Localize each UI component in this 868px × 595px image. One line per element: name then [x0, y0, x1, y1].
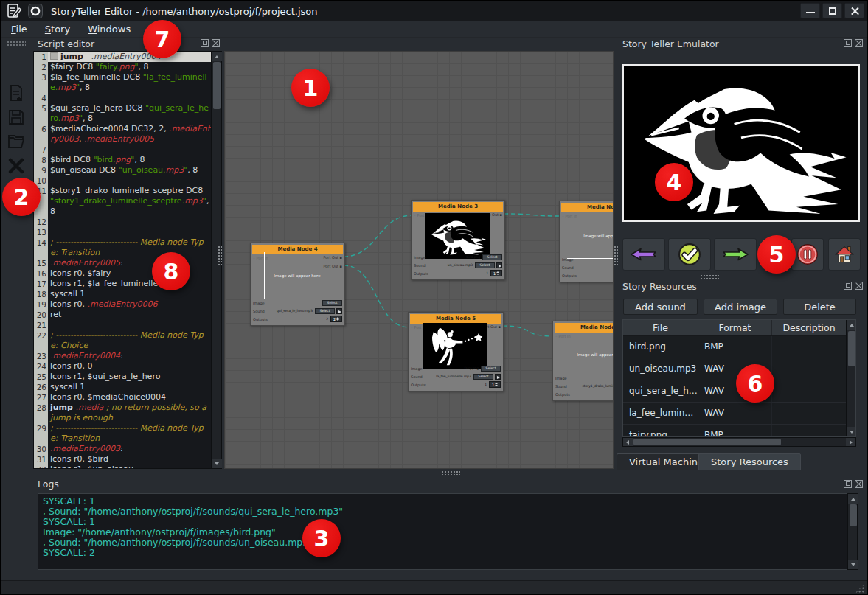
column-header-file[interactable]: File [623, 320, 698, 335]
table-row[interactable]: qui_sera_le_hero.mp3WAV [623, 380, 846, 403]
delete-button[interactable]: Delete [783, 299, 856, 315]
port-in[interactable]: ◦ Port In [562, 214, 577, 218]
node-connection-wire[interactable] [344, 265, 409, 327]
float-panel-icon[interactable] [201, 39, 209, 47]
scroll-down-arrow[interactable] [212, 459, 222, 468]
table-horizontal-scrollbar[interactable] [622, 437, 856, 447]
column-header-format[interactable]: Format [698, 320, 772, 335]
media-node[interactable]: Media Node 2◦ Port InImage will appear h… [559, 201, 614, 282]
code-line[interactable]: 30.mediaEntry0003: [34, 444, 211, 454]
line-content[interactable] [48, 227, 211, 237]
line-content[interactable]: ; ---------------------------- Media nod… [48, 330, 211, 351]
float-panel-icon[interactable] [844, 480, 852, 488]
code-line[interactable]: 11$story1_drako_luminelle_sceptre DC8 "s… [34, 186, 211, 217]
node-canvas[interactable]: Media Node 4◦ Port InPort Out ▪Port Out … [224, 51, 614, 469]
outputs-spinner[interactable]: 2 [330, 316, 342, 322]
code-line[interactable]: 31lcons r0, $bird [34, 454, 211, 464]
outputs-spinner[interactable]: 1 [489, 381, 501, 388]
scroll-down-arrow[interactable] [847, 427, 856, 436]
line-content[interactable]: .mediaEntry0003: [48, 444, 211, 454]
line-content[interactable]: lcons r1, $qui_sera_le_hero [48, 372, 211, 382]
select-button[interactable]: Select [482, 254, 502, 260]
scroll-left-arrow[interactable] [623, 438, 633, 446]
line-content[interactable]: $mediaChoice0004 DC32, 2, .mediaEntry000… [48, 124, 211, 145]
scroll-up-arrow[interactable] [212, 52, 222, 61]
scrollbar-thumb[interactable] [848, 331, 855, 366]
code-line[interactable]: 5$qui_sera_le_hero DC8 "qui_sera_le_hero… [34, 103, 211, 124]
code-line[interactable]: 8$bird DC8 "bird.png", 8 [34, 155, 211, 165]
toolbar-drag-handle[interactable] [7, 41, 26, 46]
add-sound-button[interactable]: Add sound [623, 299, 698, 315]
close-panel-icon[interactable] [855, 282, 863, 290]
media-node[interactable]: Media Node 3◦ Port InPort Out ▪Imagebird… [411, 200, 505, 280]
maximize-button[interactable] [822, 3, 842, 18]
line-content[interactable]: $fairy DC8 "fairy.png", 8 [48, 62, 211, 72]
emulator-forward-button[interactable] [714, 238, 757, 271]
tab-story-resources[interactable]: Story Resources [698, 453, 801, 470]
scroll-right-arrow[interactable] [846, 438, 855, 446]
menu-story[interactable]: Story [45, 24, 70, 35]
float-panel-icon[interactable] [844, 282, 852, 290]
line-content[interactable]: syscall 1 [48, 382, 211, 392]
line-content[interactable]: lcons r0, 0 [48, 361, 211, 372]
line-content[interactable]: lcons r0, .mediaEntry0006 [48, 299, 211, 310]
code-line[interactable]: 14; ---------------------------- Media n… [34, 237, 211, 258]
line-content[interactable] [48, 320, 211, 330]
line-content[interactable]: lcons r1, $un_oiseau [48, 464, 211, 468]
line-content[interactable]: $un_oiseau DC8 "un_oiseau.mp3", 8 [48, 165, 211, 175]
outputs-spinner[interactable]: 1 [490, 270, 502, 276]
code-line[interactable]: 4 [34, 93, 211, 103]
line-content[interactable]: $bird DC8 "bird.png", 8 [48, 155, 211, 165]
line-content[interactable]: ; ---------------------------- Media nod… [48, 237, 211, 258]
float-panel-icon[interactable] [844, 39, 852, 47]
close-panel-icon[interactable] [855, 480, 863, 488]
code-line[interactable]: 22; ---------------------------- Media n… [34, 330, 211, 351]
scrollbar-thumb[interactable] [213, 62, 221, 109]
close-panel-icon[interactable] [212, 39, 220, 47]
node-connection-wire[interactable] [502, 326, 554, 336]
node-title[interactable]: Media Node 3 [413, 202, 503, 212]
code-line[interactable]: 19lcons r0, .mediaEntry0006 [34, 299, 211, 310]
select-button[interactable]: Select [473, 374, 493, 380]
resize-grip[interactable] [855, 583, 865, 594]
save-icon[interactable] [7, 108, 26, 127]
code-line[interactable]: 29; ---------------------------- Media n… [34, 423, 211, 444]
code-line[interactable]: 7 [34, 145, 211, 155]
scroll-up-arrow[interactable] [847, 320, 856, 330]
select-button[interactable]: Select [315, 308, 335, 314]
column-header-description[interactable]: Description [772, 320, 846, 335]
line-content[interactable]: jump .media ; no return possible, so a j… [48, 403, 211, 423]
code-line[interactable]: 18syscall 1 [34, 289, 211, 299]
line-content[interactable] [48, 217, 211, 227]
open-folder-icon[interactable] [7, 132, 26, 151]
scrollbar-thumb[interactable] [850, 504, 857, 526]
node-title[interactable]: Media Node 6 [555, 323, 614, 333]
emulator-splitter-handle[interactable] [700, 274, 719, 279]
add-image-button[interactable]: Add image [704, 299, 777, 315]
emulator-ok-button[interactable] [668, 238, 711, 271]
speaker-icon[interactable] [336, 308, 342, 314]
code-line[interactable]: 6$mediaChoice0004 DC32, 2, .mediaEntry00… [34, 124, 211, 145]
select-button[interactable]: Select [322, 300, 342, 306]
line-content[interactable] [48, 175, 211, 186]
table-row[interactable]: bird.pngBMP [623, 336, 846, 358]
code-line[interactable]: 25lcons r1, $qui_sera_le_hero [34, 372, 211, 382]
line-content[interactable]: .mediaEntry0004: [48, 351, 211, 361]
line-content[interactable]: syscall 1 [48, 289, 211, 299]
code-line[interactable]: 26syscall 1 [34, 382, 211, 392]
left-splitter-handle[interactable] [218, 246, 222, 265]
code-line[interactable]: 21 [34, 320, 211, 330]
code-line[interactable]: 9$un_oiseau DC8 "un_oiseau.mp3", 8 [34, 165, 211, 175]
line-content[interactable]: ret [48, 310, 211, 320]
scroll-up-arrow[interactable] [848, 494, 858, 504]
select-button[interactable]: Select [481, 366, 501, 372]
right-splitter-handle[interactable] [614, 246, 618, 265]
media-node[interactable]: Media Node 5◦ Port InPort Out ▪Imagefair… [408, 312, 504, 392]
select-button[interactable]: Select [475, 262, 495, 268]
emulator-home-button[interactable] [828, 238, 861, 271]
bottom-splitter-handle[interactable] [441, 470, 460, 475]
line-content[interactable]: lcons r0, $mediaChoice0004 [48, 392, 211, 403]
port-in[interactable]: ◦ Port In [555, 334, 571, 338]
table-row[interactable]: fairy.pngBMP [623, 425, 846, 437]
table-row[interactable]: la_fee_luminelle.mp3WAV [623, 403, 846, 425]
